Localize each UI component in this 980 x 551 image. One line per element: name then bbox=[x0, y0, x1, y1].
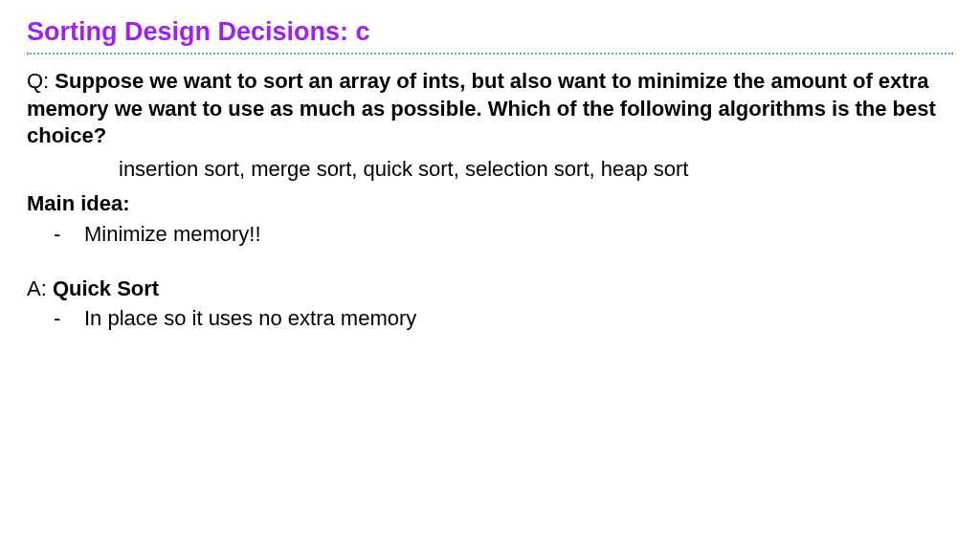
slide-title: Sorting Design Decisions: c bbox=[27, 17, 953, 47]
main-idea-label: Main idea: bbox=[27, 190, 953, 218]
question-text: Suppose we want to sort an array of ints… bbox=[27, 69, 936, 147]
options-list: insertion sort, merge sort, quick sort, … bbox=[27, 156, 953, 184]
list-item: In place so it uses no extra memory bbox=[54, 304, 953, 333]
answer-block: A: Quick Sort bbox=[27, 276, 953, 303]
main-idea-list: Minimize memory!! bbox=[27, 220, 953, 249]
divider bbox=[27, 53, 953, 55]
answer-text: Quick Sort bbox=[53, 276, 159, 300]
question-prefix: Q: bbox=[27, 69, 55, 93]
list-item: Minimize memory!! bbox=[54, 220, 953, 249]
answer-list: In place so it uses no extra memory bbox=[27, 304, 953, 333]
question-block: Q: Suppose we want to sort an array of i… bbox=[27, 68, 953, 150]
answer-prefix: A: bbox=[27, 276, 53, 300]
